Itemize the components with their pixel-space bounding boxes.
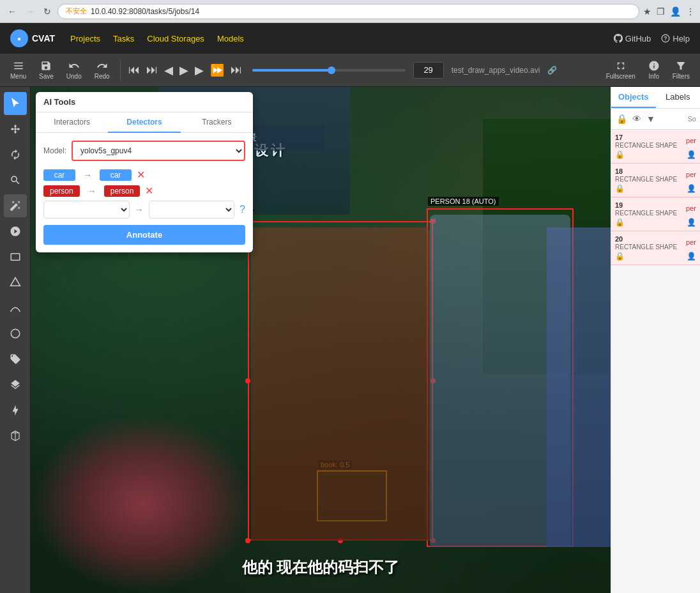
timeline-slider[interactable] <box>252 69 406 72</box>
cvat-logo-text: CVAT <box>32 33 55 43</box>
nav-links: Projects Tasks Cloud Storages Models <box>70 34 598 43</box>
obj-19-lock[interactable]: 🔒 <box>615 218 625 227</box>
dest-label-car: car <box>100 169 132 181</box>
object-18-header: 18 RECTANGLE SHAPE per <box>615 166 696 183</box>
tab-interactors[interactable]: Interactors <box>36 112 108 133</box>
objects-list: 17 RECTANGLE SHAPE per 🔒 👤 18 <box>611 130 700 593</box>
left-sidebar <box>0 87 31 593</box>
playback-controls: ⏮ ⏭ ▶ ▶ ▶ ⏩ ⏭ <box>126 62 245 79</box>
obj-20-user[interactable]: 👤 <box>687 252 696 261</box>
remove-car-btn[interactable]: ✕ <box>137 169 145 181</box>
group-tool[interactable] <box>4 220 27 243</box>
svg-rect-3 <box>14 65 23 66</box>
ai-tools-header: AI Tools <box>36 92 253 112</box>
info-btn[interactable]: Info <box>643 58 665 82</box>
move-tool[interactable] <box>4 118 27 141</box>
subtitle: 他的 现在他的码扫不了 <box>242 557 400 578</box>
obj-17-user[interactable]: 👤 <box>687 150 696 159</box>
object-item-17[interactable]: 17 RECTANGLE SHAPE per 🔒 👤 <box>611 130 700 164</box>
tab-detectors[interactable]: Detectors <box>108 112 180 133</box>
extensions-btn[interactable]: ❒ <box>657 6 665 17</box>
top-nav: ● CVAT Projects Tasks Cloud Storages Mod… <box>0 23 700 54</box>
tab-objects[interactable]: Objects <box>611 87 656 108</box>
redo-btn[interactable]: Redo <box>89 58 115 82</box>
tab-trackers[interactable]: Trackers <box>181 112 253 133</box>
canvas-area[interactable]: human: 0.7 花园设计 巷 顶 景 PERSON <box>31 87 611 593</box>
tag-tool[interactable] <box>4 348 27 371</box>
handle-bl[interactable] <box>245 538 250 543</box>
profile-btn[interactable]: 👤 <box>670 6 681 17</box>
object-item-19[interactable]: 19 RECTANGLE SHAPE per 🔒 👤 <box>611 197 700 231</box>
object-item-20[interactable]: 20 RECTANGLE SHAPE per 🔒 👤 <box>611 231 700 265</box>
help-link[interactable]: ? Help <box>661 34 690 43</box>
split-tool[interactable] <box>4 399 27 422</box>
annotate-btn[interactable]: Annotate <box>43 225 245 245</box>
stack-tool[interactable] <box>4 424 27 447</box>
rectangle-tool[interactable] <box>4 245 27 268</box>
source-label-car: car <box>43 169 75 181</box>
dropdown-btn[interactable]: ▼ <box>645 112 657 125</box>
arrow-car: → <box>83 170 92 180</box>
nav-cloud-storages[interactable]: Cloud Storages <box>147 34 204 43</box>
cvat-logo-icon: ● <box>10 29 28 47</box>
undo-btn[interactable]: Undo <box>61 58 87 82</box>
label-row-car: car → car ✕ <box>43 169 245 181</box>
remove-person-btn[interactable]: ✕ <box>145 185 153 197</box>
obj-19-user[interactable]: 👤 <box>687 218 696 227</box>
curve-tool[interactable] <box>4 296 27 320</box>
more-btn[interactable]: ⋮ <box>686 6 695 17</box>
go-fwd5-btn[interactable]: ⏩ <box>208 62 227 79</box>
bookmark-btn[interactable]: ★ <box>643 6 651 17</box>
ai-tools-tabs: Interactors Detectors Trackers <box>36 112 253 133</box>
circle-tool[interactable] <box>4 322 27 345</box>
browser-actions: ★ ❒ 👤 ⋮ <box>643 6 695 17</box>
frame-input[interactable] <box>413 62 444 79</box>
obj-18-user[interactable]: 👤 <box>687 184 696 193</box>
ai-tools-body: Model: yolov5s_gpuv4 car → car ✕ <box>36 133 253 252</box>
zoom-tool[interactable] <box>4 169 27 192</box>
go-back5-btn[interactable]: ⏭ <box>144 62 160 78</box>
github-link[interactable]: GitHub <box>614 34 651 43</box>
fullscreen-btn[interactable]: Fullscreen <box>601 58 641 82</box>
menu-btn[interactable]: Menu <box>5 58 31 82</box>
nav-tasks[interactable]: Tasks <box>113 34 134 43</box>
tab-labels[interactable]: Labels <box>656 87 701 108</box>
handle-ml[interactable] <box>245 378 250 383</box>
timeline-fill <box>252 69 332 72</box>
play-btn[interactable]: ▶ <box>177 62 191 79</box>
object-item-18[interactable]: 18 RECTANGLE SHAPE per 🔒 👤 <box>611 164 700 197</box>
redo-label: Redo <box>95 73 110 80</box>
source-add-select[interactable] <box>43 201 130 219</box>
svg-rect-2 <box>14 63 23 64</box>
go-last-btn[interactable]: ⏭ <box>228 62 245 78</box>
eye-btn[interactable]: 👁 <box>631 112 643 125</box>
layers-tool[interactable] <box>4 373 27 396</box>
nav-models[interactable]: Models <box>217 34 244 43</box>
go-prev-btn[interactable]: ▶ <box>162 62 176 79</box>
model-select[interactable]: yolov5s_gpuv4 <box>72 141 245 161</box>
url-bar[interactable]: 不安全 10.0.40.92:8080/tasks/5/jobs/14 <box>57 4 639 19</box>
link-icon[interactable]: 🔗 <box>547 66 557 75</box>
svg-rect-5 <box>11 254 20 261</box>
help-btn[interactable]: ? <box>240 204 245 215</box>
polygon-tool[interactable] <box>4 271 27 294</box>
forward-btn[interactable]: → <box>23 5 37 18</box>
rotate-tool[interactable] <box>4 143 27 166</box>
back-btn[interactable]: ← <box>5 5 19 18</box>
dest-add-select[interactable] <box>149 201 235 219</box>
nav-projects[interactable]: Projects <box>70 34 100 43</box>
go-first-btn[interactable]: ⏮ <box>126 62 142 78</box>
refresh-btn[interactable]: ↻ <box>41 5 54 18</box>
cursor-tool[interactable] <box>4 92 27 115</box>
go-next-btn[interactable]: ▶ <box>192 62 206 79</box>
object-20-header: 20 RECTANGLE SHAPE per <box>615 234 696 250</box>
object-17-controls: 🔒 👤 <box>615 149 696 160</box>
cvat-logo: ● CVAT <box>10 29 55 47</box>
obj-18-lock[interactable]: 🔒 <box>615 184 625 193</box>
obj-20-lock[interactable]: 🔒 <box>615 252 625 261</box>
obj-17-lock[interactable]: 🔒 <box>615 150 625 159</box>
save-btn[interactable]: Save <box>34 58 59 82</box>
magic-tool[interactable] <box>4 194 27 217</box>
lock-all-btn[interactable]: 🔒 <box>615 112 628 125</box>
filters-btn[interactable]: Filters <box>667 58 695 82</box>
